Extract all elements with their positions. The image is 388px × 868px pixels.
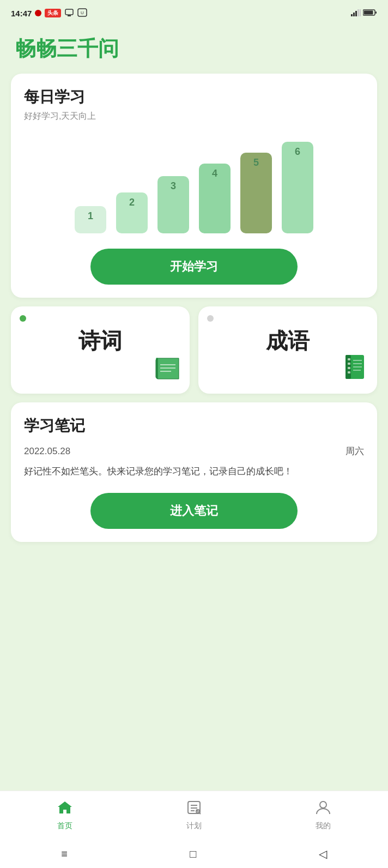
notes-meta: 2022.05.28 周六 — [24, 445, 364, 457]
svg-text:U: U — [81, 10, 84, 15]
android-menu-icon[interactable]: ≡ — [61, 848, 68, 860]
bar-6: 6 — [282, 142, 313, 233]
nav-label-home: 首页 — [57, 821, 72, 831]
bar-item-4: 4 — [199, 164, 231, 233]
android-back-icon[interactable]: ◁ — [319, 847, 327, 860]
svg-rect-7 — [357, 9, 359, 16]
main-content: 每日学习 好好学习,天天向上 1 2 3 4 5 6 开始学习 — [0, 74, 388, 782]
poetry-dot — [20, 315, 26, 322]
svg-rect-6 — [355, 11, 357, 16]
android-home-icon[interactable]: □ — [190, 848, 196, 860]
svg-rect-4 — [351, 14, 353, 16]
notes-day: 周六 — [345, 445, 364, 457]
svg-rect-0 — [65, 9, 73, 15]
svg-rect-8 — [360, 9, 361, 16]
android-nav: ≡ □ ◁ — [0, 840, 388, 868]
poetry-title: 诗词 — [11, 326, 190, 356]
signal-icon — [351, 9, 361, 18]
enter-notes-button[interactable]: 进入笔记 — [90, 493, 298, 529]
feature-cards-row: 诗词 成语 — [11, 306, 377, 394]
svg-rect-20 — [348, 371, 350, 373]
home-icon — [57, 800, 73, 819]
app-icon-2: U — [77, 8, 87, 19]
svg-rect-18 — [348, 363, 350, 365]
bar-item-6: 6 — [282, 142, 313, 233]
poetry-card[interactable]: 诗词 — [11, 306, 190, 394]
notes-card: 学习笔记 2022.05.28 周六 好记性不如烂笔头。快来记录您的学习笔记，记… — [11, 402, 377, 542]
bar-5: 5 — [240, 153, 272, 233]
wifi-icon — [64, 8, 74, 19]
idiom-dot — [207, 315, 214, 322]
nav-item-plan[interactable]: 计划 — [129, 800, 258, 831]
start-study-button[interactable]: 开始学习 — [90, 249, 298, 285]
nav-label-mine: 我的 — [316, 821, 331, 831]
svg-rect-10 — [364, 10, 373, 14]
status-bar: 14:47 头条 U — [0, 0, 388, 26]
idiom-title: 成语 — [198, 326, 377, 356]
svg-point-31 — [320, 801, 326, 808]
svg-rect-1 — [68, 15, 71, 16]
daily-study-title: 每日学习 — [24, 87, 364, 107]
toutiao-icon: 头条 — [45, 9, 61, 17]
book-icon — [154, 356, 181, 385]
daily-study-card: 每日学习 好好学习,天天向上 1 2 3 4 5 6 开始学习 — [11, 74, 377, 298]
bar-item-2: 2 — [116, 192, 148, 233]
status-left: 14:47 头条 U — [11, 8, 87, 19]
nav-label-plan: 计划 — [186, 821, 202, 831]
svg-rect-5 — [353, 13, 355, 16]
bar-item-1: 1 — [75, 206, 106, 233]
plan-icon — [186, 800, 202, 819]
daily-study-subtitle: 好好学习,天天向上 — [24, 111, 364, 122]
bar-4: 4 — [199, 164, 231, 233]
status-time: 14:47 — [11, 9, 32, 18]
bar-2: 2 — [116, 192, 148, 233]
bar-item-3: 3 — [157, 176, 189, 233]
svg-rect-11 — [375, 11, 377, 14]
page-title: 畅畅三千问 — [0, 26, 388, 74]
svg-rect-19 — [348, 367, 350, 369]
status-dot-icon — [35, 10, 41, 16]
notes-date: 2022.05.28 — [24, 446, 70, 457]
battery-icon — [363, 9, 377, 18]
notebook-icon — [341, 354, 368, 385]
bar-1: 1 — [75, 206, 106, 233]
bar-item-5: 5 — [240, 153, 272, 233]
bar-3: 3 — [157, 176, 189, 233]
user-icon — [316, 800, 331, 819]
svg-rect-17 — [348, 358, 350, 360]
notes-content: 好记性不如烂笔头。快来记录您的学习笔记，记录自己的成长吧！ — [24, 464, 364, 480]
idiom-card[interactable]: 成语 — [198, 306, 377, 394]
bottom-nav: 首页 计划 我的 — [0, 791, 388, 840]
status-right — [351, 9, 377, 18]
nav-item-home[interactable]: 首页 — [0, 800, 129, 831]
notes-title: 学习笔记 — [24, 415, 364, 436]
nav-item-mine[interactable]: 我的 — [259, 800, 388, 831]
bar-chart: 1 2 3 4 5 6 — [24, 135, 364, 233]
